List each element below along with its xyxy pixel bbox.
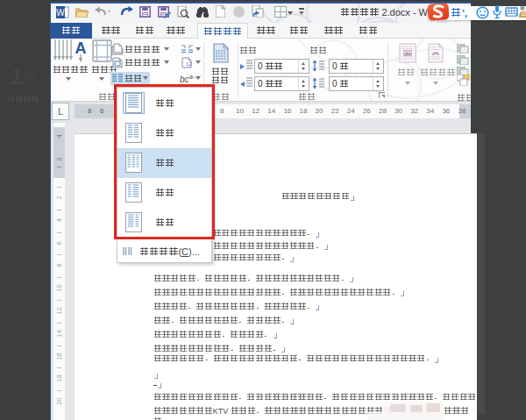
svg-text:12: 12 <box>186 61 192 67</box>
svg-text:W: W <box>56 8 65 18</box>
svg-text:A: A <box>75 39 87 57</box>
